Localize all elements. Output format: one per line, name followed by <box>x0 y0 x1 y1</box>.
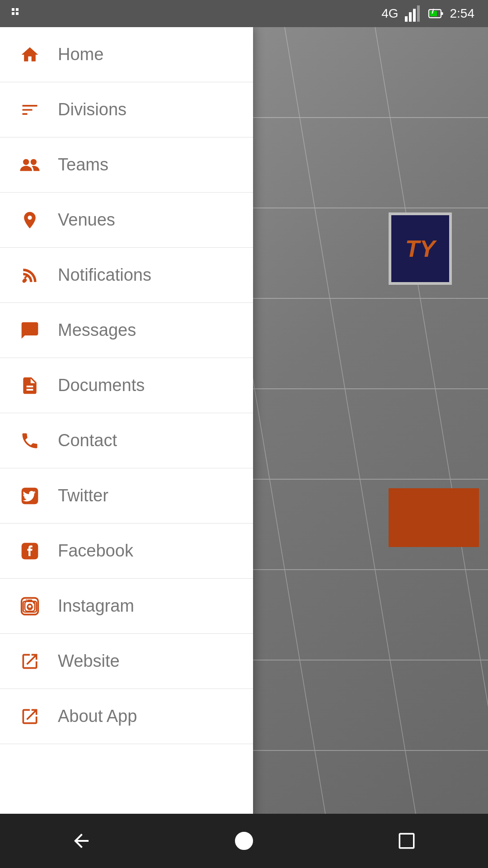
status-icons: 4G 2:54 <box>381 5 474 22</box>
instagram-icon <box>18 594 42 618</box>
back-button[interactable] <box>63 823 99 859</box>
svg-rect-12 <box>16 8 19 11</box>
facebook-label: Facebook <box>58 541 133 561</box>
menu-item-facebook[interactable]: Facebook <box>0 524 253 579</box>
divisions-icon <box>18 98 42 122</box>
signal-label: 4G <box>381 6 398 21</box>
teams-icon <box>18 153 42 177</box>
about-label: About App <box>58 707 137 726</box>
svg-rect-18 <box>417 5 420 22</box>
facebook-icon <box>18 539 42 563</box>
contact-label: Contact <box>58 431 117 450</box>
svg-line-8 <box>285 27 420 841</box>
svg-rect-13 <box>12 12 14 15</box>
svg-rect-17 <box>413 9 416 22</box>
menu-item-website[interactable]: Website <box>0 634 253 689</box>
svg-point-23 <box>23 159 29 165</box>
home-label: Home <box>58 45 103 64</box>
documents-label: Documents <box>58 376 145 395</box>
recents-button[interactable] <box>389 823 425 859</box>
background-logo: TY <box>380 203 461 294</box>
menu-item-notifications[interactable]: Notifications <box>0 248 253 303</box>
field-grid <box>239 27 488 841</box>
logo-text: TY <box>389 212 452 285</box>
menu-item-contact[interactable]: Contact <box>0 413 253 468</box>
svg-point-25 <box>23 279 26 283</box>
navigation-drawer: Home Divisions Teams Venues <box>0 27 253 841</box>
twitter-label: Twitter <box>58 486 108 505</box>
svg-rect-34 <box>28 599 33 602</box>
messages-label: Messages <box>58 321 136 340</box>
battery-icon <box>427 5 444 22</box>
signal-icon <box>405 5 421 22</box>
twitter-icon <box>18 484 42 508</box>
divisions-label: Divisions <box>58 100 127 119</box>
documents-icon <box>18 374 42 397</box>
svg-rect-20 <box>441 12 443 15</box>
svg-rect-14 <box>16 12 19 15</box>
notifications-icon <box>18 264 42 287</box>
svg-rect-21 <box>430 11 437 16</box>
menu-item-home[interactable]: Home <box>0 27 253 82</box>
svg-point-37 <box>236 833 252 849</box>
menu-item-instagram[interactable]: Instagram <box>0 579 253 634</box>
menu-item-twitter[interactable]: Twitter <box>0 468 253 524</box>
website-icon <box>18 650 42 673</box>
home-icon <box>18 43 42 66</box>
venues-icon <box>18 208 42 232</box>
menu-item-messages[interactable]: Messages <box>0 303 253 358</box>
svg-line-9 <box>375 27 488 841</box>
svg-line-10 <box>239 27 330 841</box>
website-label: Website <box>58 651 120 671</box>
menu-item-divisions[interactable]: Divisions <box>0 82 253 137</box>
venues-label: Venues <box>58 210 115 230</box>
navigation-bar <box>0 814 488 868</box>
svg-rect-38 <box>399 834 414 848</box>
menu-item-about[interactable]: About App <box>0 689 253 744</box>
status-left <box>9 5 25 22</box>
svg-point-24 <box>31 159 37 165</box>
notification-icon <box>9 5 25 22</box>
svg-rect-15 <box>405 16 408 22</box>
about-icon <box>18 705 42 728</box>
svg-rect-11 <box>12 8 14 11</box>
instagram-label: Instagram <box>58 596 134 616</box>
notifications-label: Notifications <box>58 265 151 285</box>
teams-label: Teams <box>58 155 108 175</box>
status-bar: 4G 2:54 <box>0 0 488 27</box>
home-button[interactable] <box>226 823 262 859</box>
contact-icon <box>18 429 42 453</box>
menu-item-teams[interactable]: Teams <box>0 137 253 193</box>
messages-icon <box>18 319 42 342</box>
background-rectangle <box>389 488 479 547</box>
time-display: 2:54 <box>450 6 475 21</box>
svg-point-36 <box>33 602 35 604</box>
menu-item-venues[interactable]: Venues <box>0 193 253 248</box>
menu-item-documents[interactable]: Documents <box>0 358 253 413</box>
svg-rect-16 <box>409 12 412 22</box>
